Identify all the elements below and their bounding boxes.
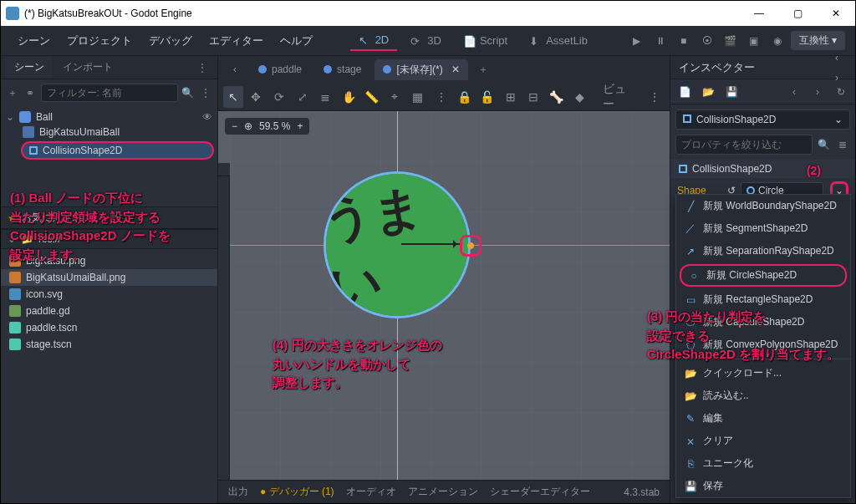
menu-save[interactable]: 💾保存 — [676, 475, 850, 497]
search-icon[interactable]: 🔍 — [816, 135, 832, 155]
tree-node-ball[interactable]: ⌄ Ball 👁 — [6, 109, 212, 125]
menu-new-circle[interactable]: ○新規 CircleShape2D — [680, 264, 847, 287]
file-item[interactable]: paddle.gd — [1, 303, 217, 319]
file-item[interactable]: BigKatsuUmaiBall.png — [1, 269, 217, 286]
inspector-node-chip[interactable]: CollisionShape2D ⌄ — [675, 109, 850, 130]
history-button[interactable]: ↻ — [832, 83, 850, 101]
workspace-2d[interactable]: ↖2D — [350, 30, 398, 51]
rotate-tool[interactable]: ⟳ — [269, 86, 289, 108]
stop-button[interactable]: ■ — [674, 31, 694, 51]
snap-options-button[interactable]: ⋮ — [431, 86, 451, 108]
maximize-button[interactable]: ▢ — [778, 1, 817, 26]
menu-scene[interactable]: シーン — [11, 30, 57, 52]
minimize-button[interactable]: — — [740, 1, 778, 26]
add-node-button[interactable]: ＋ — [6, 83, 20, 103]
menu-debug[interactable]: デバッグ — [142, 30, 199, 52]
bottom-debugger[interactable]: ● デバッガー (1) — [260, 485, 334, 499]
history-prev-button[interactable]: ‹ — [785, 83, 803, 101]
more-icon[interactable]: ⋮ — [198, 83, 212, 103]
history-next-button[interactable]: › — [808, 83, 827, 101]
menu-help[interactable]: ヘルプ — [273, 30, 319, 52]
menu-project[interactable]: プロジェクト — [60, 30, 139, 52]
unlock-button[interactable]: 🔓 — [477, 86, 497, 108]
dock-tab-scene[interactable]: シーン — [6, 57, 53, 78]
menu-new-segment[interactable]: ／新規 SegmentShape2D — [676, 217, 850, 240]
res-header[interactable]: ⌄ 📁 res:// — [1, 229, 217, 249]
scene-tab[interactable]: stage — [315, 60, 369, 79]
remote-play-button[interactable]: ⦿ — [697, 31, 717, 51]
bottom-animation[interactable]: アニメーション — [408, 485, 478, 499]
bone-button[interactable]: 🦴 — [547, 86, 567, 108]
select-tool[interactable]: ↖ — [223, 86, 243, 108]
list-tool[interactable]: ≣ — [316, 86, 336, 108]
zoom-in-button[interactable]: + — [297, 120, 303, 132]
bottom-audio[interactable]: オーディオ — [346, 485, 396, 499]
menu-quickload[interactable]: 📂クイックロード... — [676, 362, 850, 384]
menu-editor[interactable]: エディター — [202, 30, 270, 52]
grid-snap-button[interactable]: ▦ — [408, 86, 428, 108]
viewport-options-icon[interactable]: ⋮ — [645, 86, 665, 108]
group-button[interactable]: ⊞ — [501, 86, 521, 108]
play-custom-button[interactable]: ▣ — [744, 31, 764, 51]
ruler-tool[interactable]: 📏 — [362, 86, 382, 108]
zoom-indicator[interactable]: − ⊕ 59.5 % + — [225, 118, 309, 135]
close-button[interactable]: ✕ — [817, 1, 855, 26]
workspace-script[interactable]: 📄Script — [455, 30, 516, 51]
prev-scene-button[interactable]: ‹ — [225, 59, 245, 79]
movie-button[interactable]: ◉ — [767, 31, 787, 51]
zoom-out-button[interactable]: − — [232, 120, 237, 132]
menu-new-separationray[interactable]: ↗新規 SeparationRayShape2D — [676, 240, 850, 262]
workspace-assetlib[interactable]: ⬇AssetLib — [521, 30, 596, 51]
menu-new-convex[interactable]: ⬠新規 ConvexPolygonShape2D — [676, 333, 850, 356]
tab-close-icon[interactable]: ✕ — [451, 64, 460, 75]
filter-options-icon[interactable]: ≣ — [835, 135, 851, 155]
file-item[interactable]: icon.svg — [1, 286, 217, 303]
visibility-icon[interactable]: 👁 — [202, 111, 212, 123]
tree-node-sprite[interactable]: BigKatsuUmaiBall — [6, 125, 212, 140]
bottom-output[interactable]: 出力 — [228, 485, 248, 499]
menu-unique[interactable]: ⎘ユニーク化 — [676, 452, 850, 475]
viewport-2d[interactable]: 500 うまい − ⊕ 59.5 % + — [218, 111, 670, 480]
dock-tab-import[interactable]: インポート — [54, 57, 121, 78]
link-node-button[interactable]: ⚭ — [23, 83, 38, 103]
anim-key-button[interactable]: ◆ — [570, 86, 590, 108]
save-resource-button[interactable]: 💾 — [722, 83, 741, 101]
scene-tab[interactable]: [未保存](*)✕ — [374, 59, 467, 80]
scale-tool[interactable]: ⤢ — [293, 86, 313, 108]
search-icon[interactable]: 🔍 — [181, 83, 196, 103]
radius-handle[interactable] — [460, 235, 482, 257]
move-tool[interactable]: ✥ — [247, 86, 267, 108]
bottom-shader[interactable]: シェーダーエディター — [490, 485, 590, 499]
play-scene-button[interactable]: 🎬 — [721, 31, 741, 51]
open-resource-button[interactable]: 📂 — [699, 83, 717, 101]
zoom-reset-button[interactable]: ⊕ — [244, 120, 252, 132]
pause-button[interactable]: ⏸ — [650, 31, 670, 51]
workspace-3d[interactable]: ⟳3D — [402, 30, 450, 51]
dock-options-icon[interactable]: ⋮ — [192, 58, 212, 78]
new-resource-button[interactable]: 📄 — [675, 83, 694, 101]
menu-clear[interactable]: ⨯クリア — [676, 430, 850, 452]
inspector-prev-icon[interactable]: ‹ — [827, 48, 847, 68]
menu-new-rectangle[interactable]: ▭新規 RectangleShape2D — [676, 288, 850, 311]
scene-filter-input[interactable] — [41, 84, 178, 102]
menu-load[interactable]: 📂読み込む.. — [676, 384, 850, 407]
menu-new-capsule[interactable]: ⬭新規 CapsuleShape2D — [676, 311, 850, 333]
ungroup-button[interactable]: ⊟ — [523, 86, 543, 108]
ball-sprite[interactable]: うまい — [326, 174, 468, 316]
scene-tab[interactable]: paddle — [250, 60, 310, 79]
play-button[interactable]: ▶ — [627, 31, 647, 51]
menu-edit[interactable]: ✎編集 — [676, 407, 850, 430]
file-item[interactable]: BigKatsu.png — [1, 252, 217, 269]
inspector-filter-input[interactable] — [675, 135, 813, 155]
collapse-icon[interactable]: ⌄ — [8, 233, 16, 245]
menu-new-worldboundary[interactable]: ╱新規 WorldBoundaryShape2D — [676, 195, 850, 217]
class-header[interactable]: CollisionShape2D — [670, 160, 855, 178]
file-item[interactable]: stage.tscn — [1, 336, 217, 353]
tree-node-collisionshape[interactable]: CollisionShape2D — [21, 141, 214, 160]
pan-tool[interactable]: ✋ — [339, 86, 359, 108]
new-scene-button[interactable]: ＋ — [473, 59, 493, 79]
lock-button[interactable]: 🔒 — [454, 86, 474, 108]
smart-snap-button[interactable]: ⌖ — [385, 86, 405, 108]
collapse-icon[interactable]: ⌄ — [6, 111, 14, 123]
view-menu[interactable]: ビュー — [596, 86, 641, 108]
